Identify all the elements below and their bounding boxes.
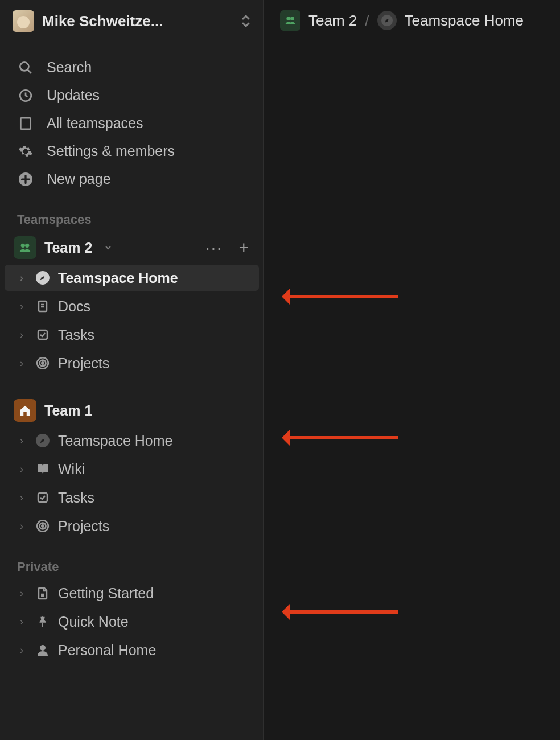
chevron-up-down-icon (241, 14, 251, 28)
chevron-right-icon[interactable]: › (16, 301, 27, 313)
team-name: Team 2 (44, 240, 92, 256)
page-item-getting-started[interactable]: › Getting Started (5, 580, 259, 606)
section-header-teamspaces[interactable]: Teamspaces (0, 193, 263, 232)
nav-updates[interactable]: Updates (0, 81, 263, 109)
workspace-switcher[interactable]: Mike Schweitze... (0, 6, 263, 36)
page-label: Tasks (58, 490, 94, 506)
chevron-right-icon[interactable]: › (16, 520, 27, 532)
nav-block: Search Updates All teamspaces Settings &… (0, 36, 263, 193)
search-icon (17, 60, 34, 75)
svg-point-14 (21, 244, 25, 248)
nav-label: Settings & members (47, 143, 175, 159)
building-icon (17, 116, 34, 131)
svg-point-23 (42, 362, 43, 364)
annotation-arrow (284, 295, 398, 298)
page-label: Docs (58, 298, 90, 315)
clock-icon (17, 88, 34, 103)
team-row[interactable]: Team 2 ··· + (0, 232, 263, 264)
main-content: Team 2 / Teamspace Home (264, 0, 560, 740)
section-header-private[interactable]: Private (0, 540, 263, 579)
page-label: Projects (58, 355, 109, 372)
svg-line-1 (27, 69, 31, 73)
nav-label: Search (47, 59, 92, 76)
svg-point-34 (290, 17, 294, 20)
chevron-right-icon[interactable]: › (16, 272, 27, 284)
page-label: Getting Started (58, 585, 154, 602)
svg-point-0 (20, 62, 28, 71)
page-label: Quick Note (58, 614, 129, 630)
people-icon (280, 10, 300, 31)
home-icon (14, 399, 36, 422)
target-icon (34, 517, 51, 535)
page-icon (34, 585, 51, 602)
page-item-quick-note[interactable]: › Quick Note (5, 609, 259, 635)
page-item-personal-home[interactable]: › Personal Home (5, 637, 259, 663)
breadcrumb-page[interactable]: Teamspace Home (405, 12, 524, 30)
gear-icon (17, 144, 34, 159)
nav-settings[interactable]: Settings & members (0, 137, 263, 165)
page-label: Teamspace Home (58, 270, 178, 286)
more-icon[interactable]: ··· (201, 242, 226, 253)
chevron-right-icon[interactable]: › (16, 357, 27, 369)
svg-point-28 (42, 525, 43, 527)
page-item-projects[interactable]: › Projects (5, 350, 259, 376)
page-item-teamspace-home[interactable]: › Teamspace Home (5, 427, 259, 454)
team-row[interactable]: Team 1 (0, 394, 263, 426)
compass-icon (34, 432, 51, 449)
chevron-right-icon[interactable]: › (16, 463, 27, 475)
nav-new-page[interactable]: New page (0, 165, 263, 193)
page-item-projects[interactable]: › Projects (5, 513, 259, 539)
page-item-teamspace-home[interactable]: › Teamspace Home (5, 265, 259, 291)
breadcrumb: Team 2 / Teamspace Home (264, 0, 560, 41)
svg-rect-31 (42, 623, 43, 627)
page-label: Personal Home (58, 642, 156, 659)
pin-icon (34, 613, 51, 630)
page-label: Wiki (58, 461, 85, 478)
page-item-wiki[interactable]: › Wiki (5, 456, 259, 482)
annotation-arrow (284, 610, 398, 614)
people-icon (14, 236, 36, 259)
doc-icon (34, 298, 51, 315)
book-icon (34, 461, 51, 478)
nav-label: All teamspaces (47, 115, 143, 131)
page-label: Teamspace Home (58, 433, 172, 449)
svg-point-33 (286, 17, 290, 20)
nav-search[interactable]: Search (0, 54, 263, 81)
chevron-right-icon[interactable]: › (16, 616, 27, 628)
target-icon (34, 355, 51, 372)
chevron-right-icon[interactable]: › (16, 587, 27, 599)
compass-icon (34, 269, 51, 286)
team-name: Team 1 (44, 402, 92, 419)
workspace-name: Mike Schweitze... (42, 13, 233, 30)
page-label: Projects (58, 518, 109, 535)
page-label: Tasks (58, 327, 94, 343)
svg-point-32 (40, 645, 46, 651)
nav-label: New page (47, 171, 111, 187)
annotation-arrow (284, 436, 398, 439)
svg-rect-3 (20, 118, 30, 129)
chevron-down-icon (104, 243, 113, 252)
sidebar: Mike Schweitze... Search Updates All tea… (0, 0, 264, 740)
breadcrumb-separator: / (365, 12, 369, 30)
person-icon (34, 642, 51, 659)
avatar (13, 10, 34, 32)
chevron-right-icon[interactable]: › (16, 492, 27, 504)
page-item-docs[interactable]: › Docs (5, 293, 259, 319)
svg-point-15 (25, 244, 29, 248)
chevron-right-icon[interactable]: › (16, 329, 27, 341)
add-page-button[interactable]: + (234, 238, 253, 257)
breadcrumb-team[interactable]: Team 2 (308, 12, 357, 30)
chevron-right-icon[interactable]: › (16, 435, 27, 447)
nav-label: Updates (47, 87, 100, 104)
checkbox-icon (34, 489, 51, 506)
page-item-tasks[interactable]: › Tasks (5, 484, 259, 511)
nav-all-teamspaces[interactable]: All teamspaces (0, 109, 263, 137)
page-item-tasks[interactable]: › Tasks (5, 322, 259, 348)
plus-circle-icon (17, 172, 34, 187)
chevron-right-icon[interactable]: › (16, 644, 27, 656)
checkbox-icon (34, 326, 51, 343)
compass-icon (377, 11, 397, 30)
